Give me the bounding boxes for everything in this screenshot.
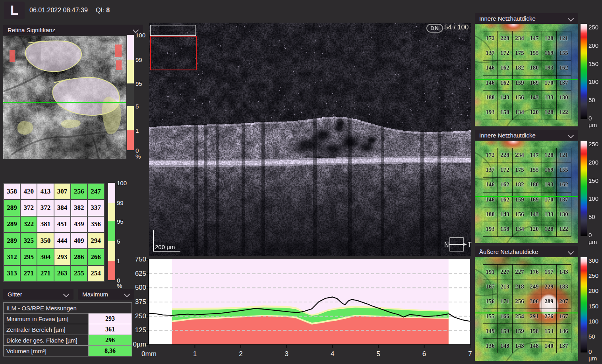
thickness-cell: 147 bbox=[527, 31, 542, 46]
scale-segment bbox=[108, 241, 115, 261]
thickness-cell: 170 bbox=[542, 76, 556, 90]
thickness-cell: 193 bbox=[542, 60, 556, 75]
scale-label: 95 bbox=[117, 218, 124, 225]
scale-label: 0 bbox=[588, 348, 592, 355]
significance-cell: 263 bbox=[54, 266, 70, 281]
scale-label: 1 bbox=[117, 258, 120, 264]
frame-counter: 54 / 100 bbox=[444, 23, 468, 31]
grid-color-scale: 1009995510% bbox=[108, 183, 115, 280]
thickness-cell: 128 bbox=[542, 105, 556, 120]
statistic-dropdown[interactable]: Maximum bbox=[78, 289, 134, 300]
grid-type-dropdown[interactable]: Gitter bbox=[3, 289, 74, 300]
active-scan-box[interactable] bbox=[150, 36, 197, 70]
thickness-cell: 162 bbox=[556, 177, 571, 192]
map-panel-dropdown-2[interactable]: Innere Netzhautdicke bbox=[475, 130, 578, 141]
svg-text:N: N bbox=[444, 241, 449, 248]
thickness-cell: 166 bbox=[497, 309, 512, 324]
thickness-cell: 188 bbox=[483, 207, 497, 222]
thickness-cell: 122 bbox=[556, 222, 571, 236]
thickness-cell: 133 bbox=[542, 90, 556, 105]
oct-bscan-image[interactable] bbox=[149, 23, 471, 256]
significance-cell: 295 bbox=[21, 249, 37, 265]
oct-bscan-panel: DN 54 / 100 200 µm N T bbox=[149, 23, 471, 256]
chevron-down-icon bbox=[124, 291, 130, 298]
map-panel-title: Innere Netzhautdicke bbox=[479, 15, 536, 22]
thickness-grid-3: 1912272271761571431672132182492291831561… bbox=[483, 265, 571, 353]
thickness-cell: 120 bbox=[527, 222, 542, 236]
thickness-cell: 146 bbox=[556, 324, 571, 339]
thickness-cell: 169 bbox=[542, 46, 556, 60]
thickness-cell: 228 bbox=[497, 31, 512, 46]
thickness-cell: 159 bbox=[512, 192, 527, 207]
scale-label: 99 bbox=[135, 56, 142, 63]
measurements-title: ILM - OS/RPE Messungen bbox=[4, 303, 132, 314]
significance-map-dropdown[interactable]: Retina Signifikanz bbox=[3, 25, 143, 35]
significance-cell: 381 bbox=[37, 217, 53, 232]
scan-region-box bbox=[150, 25, 196, 36]
thickness-cell: 207 bbox=[556, 294, 571, 309]
thickness-cell: 128 bbox=[542, 148, 556, 163]
map-panel-dropdown-1[interactable]: Innere Netzhautdicke bbox=[475, 13, 578, 24]
thickness-cell: 137 bbox=[556, 192, 571, 207]
measurement-label: Minimum in Fovea [µm] bbox=[4, 314, 89, 324]
thickness-cell: 121 bbox=[556, 148, 571, 163]
map-panel-title: Äußere Netzhautdicke bbox=[479, 248, 538, 255]
thickness-cell: 254 bbox=[512, 309, 527, 324]
thickness-cell: 156 bbox=[512, 207, 527, 222]
thickness-cell: 137 bbox=[556, 339, 571, 353]
measurement-value: 361 bbox=[89, 324, 132, 335]
thickness-cell: 148 bbox=[497, 339, 512, 353]
map-panel-title: Innere Netzhautdicke bbox=[479, 132, 536, 139]
thickness-cell: 155 bbox=[527, 46, 542, 60]
measurement-label: Zentraler Bereich [µm] bbox=[4, 324, 89, 335]
thickness-grid-2: 1722282341471281211371721751551691551461… bbox=[483, 148, 571, 236]
statistic-dropdown-label: Maximum bbox=[82, 291, 108, 298]
grid-type-dropdown-label: Gitter bbox=[8, 291, 22, 298]
thickness-cell: 172 bbox=[497, 163, 512, 177]
thickness-cell: 143 bbox=[497, 207, 512, 222]
scale-label: 100 bbox=[588, 195, 598, 202]
scale-unit: µm bbox=[588, 122, 597, 128]
x-axis-label: 2 bbox=[229, 350, 253, 358]
thickness-cell: 234 bbox=[512, 148, 527, 163]
thickness-color-scale-3 bbox=[581, 257, 587, 352]
significance-cell: 358 bbox=[4, 184, 20, 199]
chevron-down-icon bbox=[568, 249, 574, 255]
thickness-cell: 153 bbox=[542, 324, 556, 339]
scale-label: 150 bbox=[588, 60, 598, 67]
measurement-value: 293 bbox=[89, 314, 132, 324]
significance-cell: 372 bbox=[37, 200, 53, 215]
y-axis-label: 250 bbox=[131, 312, 146, 320]
significance-cell: 322 bbox=[21, 217, 37, 232]
chevron-down-icon bbox=[63, 291, 70, 298]
thickness-cell: 171 bbox=[497, 294, 512, 309]
x-axis-label: 1 bbox=[183, 350, 207, 358]
significance-cell: 350 bbox=[37, 233, 53, 248]
thickness-cell: 146 bbox=[483, 192, 497, 207]
scale-label: 200 bbox=[588, 159, 598, 166]
thickness-cell: 136 bbox=[483, 339, 497, 353]
scale-bar-label: 200 µm bbox=[155, 244, 175, 250]
thickness-cell: 213 bbox=[497, 279, 512, 294]
significance-cell: 325 bbox=[21, 233, 37, 248]
scale-label: 250 bbox=[588, 272, 598, 279]
map-panel-dropdown-3[interactable]: Äußere Netzhautdicke bbox=[475, 246, 578, 257]
qi-label: QI: bbox=[96, 7, 104, 14]
thickness-cell: 276 bbox=[542, 309, 556, 324]
scale-label: 300 bbox=[588, 257, 598, 264]
thickness-scale-labels-3: 300250200150100500µm bbox=[588, 257, 602, 360]
scale-segment bbox=[127, 130, 134, 150]
significance-fundus-map[interactable] bbox=[3, 36, 126, 159]
scale-segment bbox=[108, 203, 115, 221]
thickness-cell: 149 bbox=[483, 324, 497, 339]
thickness-cell: 147 bbox=[527, 148, 542, 163]
thickness-cell: 183 bbox=[556, 279, 571, 294]
thickness-cell: 234 bbox=[512, 31, 527, 46]
x-axis-label: 4 bbox=[321, 350, 345, 358]
thickness-cell: 172 bbox=[483, 148, 497, 163]
thickness-cell: 156 bbox=[512, 90, 527, 105]
thickness-cell: 193 bbox=[542, 177, 556, 192]
thickness-cell: 143 bbox=[512, 339, 527, 353]
x-axis-label: 6 bbox=[412, 350, 436, 358]
scale-label: 250 bbox=[588, 141, 598, 147]
